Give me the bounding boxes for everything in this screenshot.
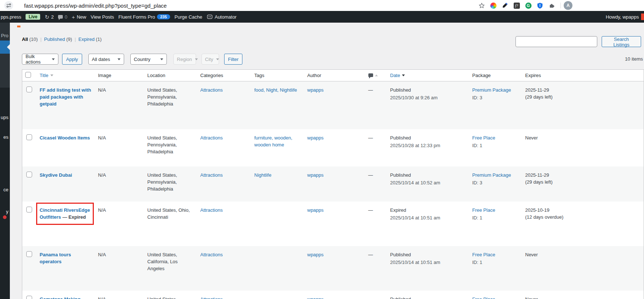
view-expired-link[interactable]: Expired (1): [78, 37, 102, 42]
search-input[interactable]: [515, 36, 597, 47]
row-tags-link[interactable]: Nightlife: [254, 172, 272, 178]
country-filter-select[interactable]: Country: [130, 54, 167, 65]
row-comments: —: [365, 246, 387, 291]
row-status: Published: [390, 296, 466, 299]
row-checkbox[interactable]: [26, 296, 32, 299]
admin-bar-view-posts[interactable]: View Posts: [91, 14, 114, 20]
site-info-icon[interactable]: [4, 1, 13, 10]
row-comments: —: [365, 129, 387, 166]
filter-button[interactable]: Filter: [224, 54, 243, 65]
row-title-link[interactable]: FF add listing test with paid packages w…: [40, 87, 91, 107]
row-tags-link[interactable]: furniture, wooden, wooden home: [254, 135, 292, 147]
row-categories-link[interactable]: Attractions: [200, 172, 223, 178]
extension-color-circle-icon[interactable]: [490, 2, 497, 9]
row-image: N/A: [95, 81, 145, 129]
row-package-id: ID: 1: [472, 142, 519, 149]
extension-font-finder-icon[interactable]: f?: [513, 2, 520, 9]
extension-grammarly-icon[interactable]: G: [525, 2, 532, 9]
row-categories-link[interactable]: Attractions: [200, 135, 223, 141]
sort-by-comments[interactable]: [368, 73, 378, 77]
row-checkbox[interactable]: [26, 172, 32, 177]
admin-bar-site-name[interactable]: pps.press: [1, 14, 21, 20]
row-package-link[interactable]: Free Place: [472, 296, 495, 299]
listings-table: Title Image Location Categories Tags Aut…: [22, 69, 644, 299]
row-expires: Never: [525, 296, 640, 299]
chevron-down-icon: [52, 58, 55, 60]
header-expires: Expires: [522, 70, 644, 81]
extension-shield-icon[interactable]: [537, 2, 543, 9]
row-title-link[interactable]: Panama tours operators: [40, 252, 71, 264]
row-package-link[interactable]: Premium Package: [472, 87, 511, 93]
row-author-link[interactable]: wpapps: [307, 172, 324, 178]
header-tags: Tags: [252, 70, 304, 81]
admin-bar-fluent-forms[interactable]: Fluent Forms Pro 235: [118, 14, 170, 20]
menu-item-fragment[interactable]: y: [6, 209, 9, 214]
toolbar-divider: [560, 3, 561, 8]
view-all-link[interactable]: All (10): [22, 37, 38, 42]
row-author-link[interactable]: wpapps: [307, 207, 324, 213]
row-categories-link[interactable]: Attractions: [200, 252, 223, 257]
row-categories-link[interactable]: Attractions: [200, 87, 223, 93]
row-checkbox[interactable]: [26, 87, 32, 92]
row-package-link[interactable]: Free Place: [472, 207, 495, 213]
region-filter-select: Region: [173, 54, 196, 65]
dates-filter-select[interactable]: All dates: [88, 54, 124, 65]
row-author-link[interactable]: wpapps: [307, 87, 324, 93]
row-date: 2025/10/14 at 10:52 am: [390, 179, 466, 186]
post-state-label: — Expired: [62, 214, 86, 220]
extension-color-picker-icon[interactable]: [502, 2, 508, 9]
row-author-link[interactable]: wpapps: [307, 135, 324, 141]
admin-bar-automator[interactable]: Automator: [207, 14, 237, 20]
row-categories-link[interactable]: Attractions, Electronics,: [200, 296, 225, 299]
current-menu-item[interactable]: [0, 41, 10, 54]
updates-count: 2: [51, 14, 54, 20]
menu-item-fragment[interactable]: es: [3, 134, 8, 140]
admin-bar-new[interactable]: + New: [72, 14, 86, 20]
row-checkbox[interactable]: [26, 134, 32, 140]
row-checkbox[interactable]: [26, 251, 32, 257]
row-location: United States, Pennsylvania, Philadelphi…: [145, 129, 198, 166]
admin-menu: s Pro ups es ce y: [0, 23, 10, 299]
row-author-link[interactable]: wpapps: [307, 296, 324, 299]
row-categories-link[interactable]: Attractions: [200, 207, 223, 213]
chevron-down-icon: [160, 58, 163, 60]
sort-by-date[interactable]: Date: [390, 73, 405, 78]
header-author: Author: [304, 70, 365, 81]
row-checkbox[interactable]: [26, 207, 32, 212]
row-expires: Never: [525, 134, 640, 141]
admin-bar-updates[interactable]: ↻ 2: [45, 14, 54, 20]
menu-item-fragment[interactable]: ce: [3, 187, 8, 192]
browser-profile-avatar[interactable]: A: [564, 1, 572, 10]
bulk-actions-select[interactable]: Bulk actions: [22, 54, 58, 65]
admin-bar-howdy[interactable]: Howdy, wpapps: [606, 14, 639, 20]
select-all-checkbox[interactable]: [25, 72, 31, 78]
row-title-link[interactable]: Gemstone Making: [40, 296, 81, 299]
row-comments: —: [365, 166, 387, 202]
view-published-link[interactable]: Published (9): [44, 37, 72, 42]
row-title: Gemstone Making: [40, 296, 92, 299]
row-image: N/A: [95, 246, 145, 291]
user-avatar[interactable]: [641, 14, 644, 20]
row-image: N/A: [95, 166, 145, 202]
admin-bar-purge-cache[interactable]: Purge Cache: [175, 14, 202, 20]
search-listings-button[interactable]: Search Listings: [602, 36, 641, 47]
row-author-link[interactable]: wpapps: [307, 252, 324, 257]
row-title-link[interactable]: Cicasel Wooden Items: [40, 135, 90, 141]
admin-bar-comments[interactable]: 0: [58, 14, 67, 20]
address-bar[interactable]: fast.wpapps.press/wp-admin/edit.php?post…: [24, 3, 476, 9]
bookmark-star-icon[interactable]: [478, 2, 485, 9]
row-package-link[interactable]: Premium Package: [472, 172, 511, 178]
row-package-link[interactable]: Free Place: [472, 252, 495, 257]
extensions-puzzle-icon[interactable]: [548, 2, 555, 9]
menu-item-fragment[interactable]: ups: [1, 115, 8, 120]
row-title: Skydive Dubai: [40, 172, 92, 179]
row-tags-link[interactable]: food, Night, Nightlife: [254, 87, 297, 93]
apply-button[interactable]: Apply: [62, 54, 82, 65]
row-location: United States, Pennsylvania, Philadelphi…: [145, 166, 198, 202]
sort-by-title[interactable]: Title: [40, 73, 53, 78]
row-title-link[interactable]: Skydive Dubai: [40, 172, 72, 178]
chevron-down-icon: [216, 58, 219, 60]
menu-item-fragment[interactable]: s Pro: [0, 33, 8, 38]
row-package-link[interactable]: Free Place: [472, 135, 495, 141]
row-date: 2025/10/14 at 10:51 am: [390, 214, 466, 221]
